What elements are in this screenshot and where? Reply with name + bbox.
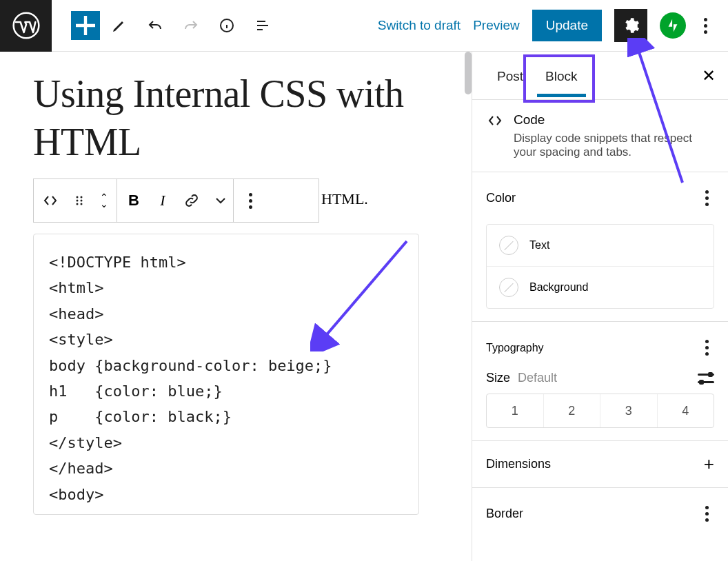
block-description: Display code snippets that respect your … xyxy=(514,132,707,159)
background-color-label: Background xyxy=(529,281,588,294)
code-block-editor[interactable]: <!DOCTYPE html> <html> <head> <style> bo… xyxy=(33,234,419,515)
color-panel-title: Color xyxy=(486,191,516,205)
italic-button[interactable]: I xyxy=(150,179,175,222)
editor-canvas: Using Internal CSS with HTML ⌃⌄ B I xyxy=(0,52,472,561)
font-size-picker: 1 2 3 4 xyxy=(486,394,714,428)
wordpress-logo[interactable] xyxy=(0,0,52,52)
text-color-label: Text xyxy=(529,239,549,252)
svg-point-6 xyxy=(77,203,79,205)
plus-icon: + xyxy=(704,453,714,475)
close-sidebar-button[interactable]: ✕ xyxy=(696,61,721,91)
more-menu-button[interactable] xyxy=(698,12,713,39)
outline-button[interactable] xyxy=(246,9,279,42)
border-panel-menu[interactable] xyxy=(700,500,714,527)
link-button[interactable] xyxy=(175,179,208,222)
text-color-option[interactable]: Text xyxy=(487,225,714,266)
dimensions-panel[interactable]: Dimensions + xyxy=(472,441,728,488)
info-button[interactable] xyxy=(210,9,243,42)
font-size-3[interactable]: 3 xyxy=(600,394,657,427)
trailing-paragraph-text: HTML. xyxy=(321,190,368,208)
sliders-icon[interactable] xyxy=(698,372,714,385)
block-info-panel: Code Display code snippets that respect … xyxy=(472,100,728,172)
switch-to-draft-link[interactable]: Switch to draft xyxy=(378,18,461,33)
dimensions-panel-title: Dimensions xyxy=(486,457,551,471)
update-button[interactable]: Update xyxy=(532,10,602,41)
border-panel-title: Border xyxy=(486,507,523,521)
block-toolbar: ⌃⌄ B I xyxy=(33,178,319,223)
editor-topbar: Switch to draft Preview Update xyxy=(0,0,728,52)
font-size-2[interactable]: 2 xyxy=(543,394,600,427)
main-layout: Using Internal CSS with HTML ⌃⌄ B I xyxy=(0,52,728,561)
jetpack-icon[interactable] xyxy=(660,12,686,39)
typography-panel: Typography Size Default 1 2 3 4 xyxy=(472,322,728,441)
drag-handle-icon[interactable] xyxy=(67,179,92,222)
block-type-icon[interactable] xyxy=(34,179,67,222)
tab-post[interactable]: Post xyxy=(486,55,534,96)
bold-button[interactable]: B xyxy=(117,179,150,222)
code-icon xyxy=(486,112,504,129)
add-block-button[interactable] xyxy=(71,11,100,40)
typography-panel-menu[interactable] xyxy=(700,334,714,361)
swatch-none-icon xyxy=(499,236,518,255)
svg-point-2 xyxy=(77,196,79,198)
color-panel: Color Text Background xyxy=(472,172,728,322)
redo-button[interactable] xyxy=(174,9,208,42)
typography-panel-title: Typography xyxy=(486,342,544,354)
more-formatting-button[interactable] xyxy=(208,179,233,222)
block-name-label: Code xyxy=(514,112,707,127)
svg-point-5 xyxy=(81,200,83,202)
tab-block[interactable]: Block xyxy=(534,55,588,96)
settings-button[interactable] xyxy=(614,9,647,42)
post-title[interactable]: Using Internal CSS with HTML xyxy=(33,70,419,166)
background-color-option[interactable]: Background xyxy=(487,266,714,308)
svg-point-4 xyxy=(77,200,79,202)
code-content: <!DOCTYPE html> <html> <head> <style> bo… xyxy=(49,254,332,503)
color-panel-menu[interactable] xyxy=(700,185,714,212)
edit-mode-icon[interactable] xyxy=(103,9,136,42)
preview-link[interactable]: Preview xyxy=(473,18,520,33)
move-up-down-button[interactable]: ⌃⌄ xyxy=(92,194,117,207)
font-size-4[interactable]: 4 xyxy=(657,394,714,427)
block-options-button[interactable] xyxy=(234,179,267,222)
svg-point-3 xyxy=(81,196,83,198)
sidebar-tabs: Post Block ✕ xyxy=(472,52,728,100)
size-label: Size xyxy=(486,371,510,385)
border-panel[interactable]: Border xyxy=(472,488,728,540)
font-size-1[interactable]: 1 xyxy=(487,394,543,427)
scrollbar-thumb[interactable] xyxy=(465,52,472,94)
undo-button[interactable] xyxy=(139,9,172,42)
settings-sidebar: Post Block ✕ Code Display code snippets … xyxy=(472,52,728,561)
svg-point-7 xyxy=(81,203,83,205)
size-default-label: Default xyxy=(518,371,557,385)
swatch-none-icon xyxy=(499,278,518,297)
